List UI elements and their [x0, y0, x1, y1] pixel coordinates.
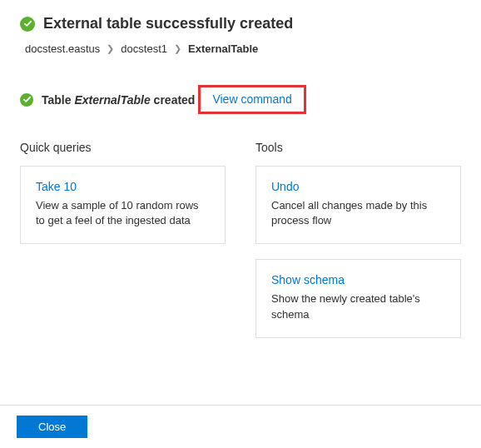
- card-title-link[interactable]: Show schema: [271, 273, 445, 286]
- section-title: Quick queries: [20, 141, 226, 154]
- show-schema-card[interactable]: Show schema Show the newly created table…: [255, 259, 461, 337]
- quick-queries-section: Quick queries Take 10 View a sample of 1…: [20, 141, 226, 353]
- page-title: External table successfully created: [43, 15, 293, 32]
- success-check-icon: [20, 17, 35, 32]
- card-title-link[interactable]: Undo: [271, 180, 445, 193]
- header: External table successfully created: [20, 15, 461, 32]
- take-10-card[interactable]: Take 10 View a sample of 10 random rows …: [20, 166, 226, 244]
- card-description: Cancel all changes made by this process …: [271, 198, 445, 228]
- section-title: Tools: [255, 141, 461, 154]
- success-check-icon: [20, 93, 33, 107]
- breadcrumb-item[interactable]: docstest.eastus: [25, 42, 100, 55]
- view-command-link[interactable]: View command: [212, 92, 291, 106]
- footer: Close: [0, 405, 481, 448]
- breadcrumb-current: ExternalTable: [188, 42, 258, 55]
- highlight-box: View command: [198, 85, 305, 114]
- close-button[interactable]: Close: [17, 416, 87, 438]
- chevron-right-icon: ❯: [107, 43, 114, 54]
- chevron-right-icon: ❯: [174, 43, 181, 54]
- breadcrumb: docstest.eastus ❯ docstest1 ❯ ExternalTa…: [25, 42, 461, 55]
- breadcrumb-item[interactable]: docstest1: [121, 42, 167, 55]
- card-title-link[interactable]: Take 10: [36, 180, 210, 193]
- status-text: Table ExternalTable created: [42, 93, 195, 107]
- status-row: Table ExternalTable created View command: [20, 85, 461, 114]
- card-description: Show the newly created table's schema: [271, 291, 445, 321]
- undo-card[interactable]: Undo Cancel all changes made by this pro…: [255, 166, 461, 244]
- card-description: View a sample of 10 random rows to get a…: [36, 198, 210, 228]
- tools-section: Tools Undo Cancel all changes made by th…: [255, 141, 461, 353]
